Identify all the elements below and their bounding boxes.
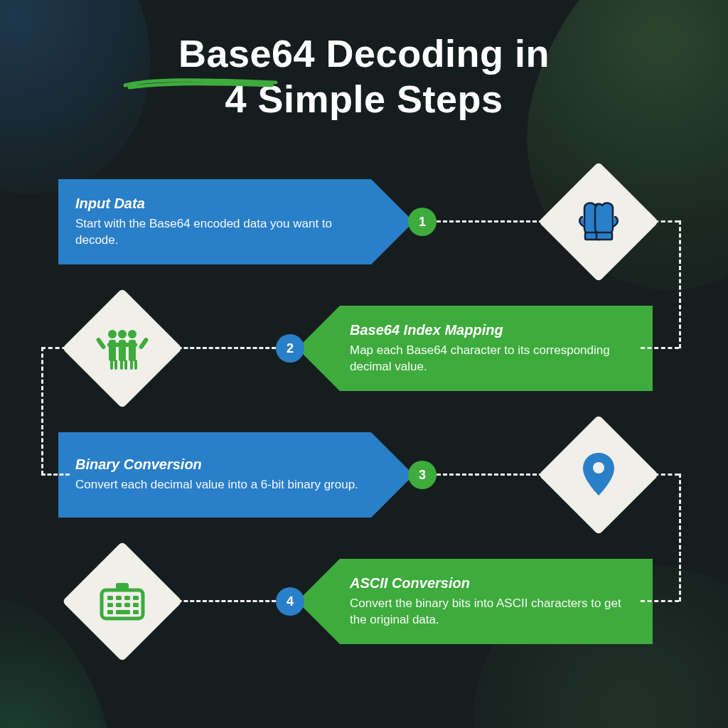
svg-rect-12 <box>130 360 133 370</box>
step-number: 3 <box>419 468 426 483</box>
step-title: ASCII Conversion <box>350 575 636 592</box>
step-card-3: Binary Conversion Convert each decimal v… <box>58 432 414 518</box>
svg-rect-16 <box>107 343 137 347</box>
mittens-icon <box>574 198 623 245</box>
connector <box>165 347 276 349</box>
location-pin-icon <box>580 451 617 498</box>
svg-point-4 <box>128 330 136 338</box>
title-line-2: 4 Simple Steps <box>225 77 503 120</box>
connector <box>641 600 679 602</box>
svg-point-2 <box>108 330 117 338</box>
svg-rect-27 <box>133 603 139 607</box>
connector <box>437 220 556 223</box>
step-description: Convert each decimal value into a 6-bit … <box>75 477 361 493</box>
people-group-icon <box>95 326 150 371</box>
connector <box>679 220 681 348</box>
svg-rect-29 <box>116 610 130 614</box>
step-card-2: Base64 Index Mapping Map each Base64 cha… <box>297 306 653 391</box>
svg-rect-14 <box>95 337 106 350</box>
page-title: Base64 Decoding in 4 Simple Steps <box>0 31 728 122</box>
svg-rect-22 <box>124 596 130 600</box>
svg-point-17 <box>593 462 604 473</box>
svg-rect-28 <box>107 610 113 614</box>
step-title: Input Data <box>75 196 361 212</box>
svg-rect-9 <box>114 360 117 370</box>
svg-rect-13 <box>134 360 137 370</box>
svg-rect-24 <box>107 603 113 607</box>
connector <box>165 600 276 602</box>
svg-rect-15 <box>138 337 149 350</box>
step-icon-tile-4 <box>62 541 183 662</box>
svg-rect-25 <box>116 603 122 607</box>
step-title: Base64 Index Mapping <box>350 322 636 338</box>
step-description: Convert the binary bits into ASCII chara… <box>350 596 636 628</box>
svg-rect-26 <box>124 603 130 607</box>
step-title: Binary Conversion <box>75 456 361 473</box>
connector <box>679 473 681 601</box>
diagram-stage: Base64 Decoding in 4 Simple Steps Input … <box>0 0 728 728</box>
step-number-badge-4: 4 <box>276 587 304 616</box>
step-card-4: ASCII Conversion Convert the binary bits… <box>297 559 653 644</box>
step-number: 1 <box>419 215 426 230</box>
svg-rect-23 <box>133 596 139 600</box>
svg-rect-8 <box>110 360 113 370</box>
svg-rect-1 <box>596 232 612 240</box>
step-icon-tile-3 <box>538 414 659 535</box>
svg-rect-11 <box>124 360 127 370</box>
step-description: Start with the Base64 encoded data you w… <box>75 216 361 249</box>
keyboard-icon <box>99 582 146 621</box>
step-icon-tile-1 <box>538 161 659 282</box>
step-number: 2 <box>287 341 294 356</box>
connector <box>437 473 556 476</box>
svg-rect-19 <box>116 583 129 590</box>
step-number-badge-3: 3 <box>408 461 437 489</box>
step-card-1: Input Data Start with the Base64 encoded… <box>58 179 414 264</box>
step-description: Map each Base64 character to its corresp… <box>350 343 636 375</box>
connector <box>41 473 70 476</box>
svg-rect-10 <box>120 360 123 370</box>
title-line-1: Base64 Decoding in <box>178 32 550 75</box>
svg-point-3 <box>118 330 127 338</box>
step-number-badge-2: 2 <box>276 334 304 363</box>
connector <box>41 347 43 475</box>
connector <box>641 347 679 349</box>
svg-rect-21 <box>116 596 122 600</box>
step-icon-tile-2 <box>62 288 183 409</box>
svg-rect-30 <box>133 610 139 614</box>
step-number: 4 <box>287 594 294 609</box>
step-number-badge-1: 1 <box>408 208 437 236</box>
svg-rect-20 <box>107 596 113 600</box>
